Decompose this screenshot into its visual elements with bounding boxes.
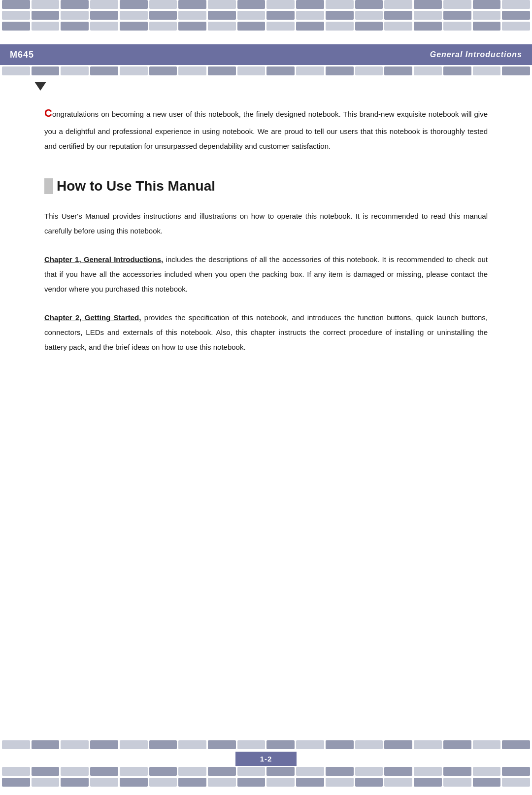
grid-tile	[326, 66, 354, 75]
header-bar: M645 General Introductions	[0, 44, 532, 65]
grid-tile	[355, 740, 383, 749]
grid-tile	[355, 11, 383, 20]
grid-tile	[443, 22, 471, 31]
grid-tile	[61, 22, 89, 31]
grid-tile	[178, 11, 206, 20]
grid-tile	[178, 22, 206, 31]
grid-tile	[296, 11, 324, 20]
grid-tile	[61, 740, 89, 749]
grid-tile	[178, 778, 206, 787]
grid-tile	[326, 778, 354, 787]
grid-tile	[384, 778, 412, 787]
grid-tile	[178, 740, 206, 749]
grid-tile	[502, 778, 530, 787]
grid-tile	[90, 778, 118, 787]
grid-tile	[266, 22, 295, 31]
grid-tile	[90, 66, 118, 75]
grid-tile	[149, 778, 177, 787]
grid-tile	[178, 66, 206, 75]
grid-tile	[473, 0, 501, 9]
para1-text: This User's Manual provides instructions…	[44, 212, 488, 235]
grid-tile	[384, 740, 412, 749]
intro-text: ongratulations on becoming a new user of…	[44, 110, 488, 150]
body-paragraph-2: Chapter 1, General Introductions, includ…	[44, 252, 488, 297]
grid-tile	[120, 11, 148, 20]
grid-tile	[326, 0, 354, 9]
grid-tile	[443, 0, 471, 9]
grid-tile	[149, 0, 177, 9]
down-arrow-icon	[34, 82, 46, 91]
section-heading-text: How to Use This Manual	[44, 178, 488, 194]
grid-tile	[208, 22, 236, 31]
grid-tile	[2, 0, 30, 9]
grid-tile	[296, 767, 324, 776]
grid-tile	[120, 740, 148, 749]
grid-tile	[2, 11, 30, 20]
grid-tile	[296, 778, 324, 787]
grid-tile	[266, 778, 295, 787]
grid-tile	[502, 0, 530, 9]
grid-tile	[414, 66, 442, 75]
grid-tile	[502, 767, 530, 776]
section-heading: How to Use This Manual	[44, 178, 488, 194]
bottom-decorative-area: 1-2	[0, 738, 532, 795]
grid-tile	[384, 11, 412, 20]
body-paragraph-3: Chapter 2, Getting Started, provides the…	[44, 310, 488, 355]
grid-tile	[473, 11, 501, 20]
section-title: General Introductions	[430, 50, 522, 59]
grid-tile	[473, 767, 501, 776]
grid-tile	[120, 22, 148, 31]
grid-tile	[414, 778, 442, 787]
grid-tile	[266, 11, 295, 20]
grid-tile	[90, 0, 118, 9]
chapter1-link: Chapter 1, General Introductions,	[44, 255, 163, 264]
intro-paragraph: Congratulations on becoming a new user o…	[44, 102, 488, 154]
grid-tile	[473, 22, 501, 31]
grid-tile	[384, 66, 412, 75]
grid-tile	[32, 740, 60, 749]
grid-tile	[237, 66, 266, 75]
grid-tile	[443, 778, 471, 787]
grid-tile	[90, 11, 118, 20]
grid-tile	[61, 767, 89, 776]
grid-tile	[208, 66, 236, 75]
grid-tile	[237, 778, 266, 787]
grid-tile	[296, 22, 324, 31]
grid-tile	[355, 767, 383, 776]
grid-tile	[32, 767, 60, 776]
grid-tile	[32, 22, 60, 31]
grid-tile	[149, 740, 177, 749]
grid-tile	[355, 22, 383, 31]
grid-tile	[443, 11, 471, 20]
page-number: 1-2	[235, 752, 297, 766]
main-content: Congratulations on becoming a new user o…	[0, 93, 532, 388]
grid-tile	[237, 0, 266, 9]
grid-tile	[61, 778, 89, 787]
grid-tile	[61, 0, 89, 9]
grid-tile	[2, 778, 30, 787]
grid-tile	[266, 740, 295, 749]
grid-tile	[32, 778, 60, 787]
grid-tile	[296, 66, 324, 75]
grid-tile	[355, 66, 383, 75]
grid-tile	[443, 767, 471, 776]
grid-tile	[32, 66, 60, 75]
grid-tile	[414, 22, 442, 31]
grid-tile	[266, 0, 295, 9]
grid-tile	[32, 0, 60, 9]
grid-tile	[149, 66, 177, 75]
grid-tile	[149, 767, 177, 776]
grid-tile	[61, 11, 89, 20]
chapter2-link: Chapter 2, Getting Started,	[44, 313, 141, 322]
grid-tile	[61, 66, 89, 75]
grid-tile	[120, 778, 148, 787]
model-label: M645	[10, 50, 34, 60]
grid-tile	[208, 767, 236, 776]
grid-tile	[2, 66, 30, 75]
grid-tile	[443, 740, 471, 749]
grid-tile	[178, 0, 206, 9]
grid-tile	[384, 0, 412, 9]
grid-tile	[502, 740, 530, 749]
grid-tile	[502, 22, 530, 31]
grid-tile	[149, 11, 177, 20]
